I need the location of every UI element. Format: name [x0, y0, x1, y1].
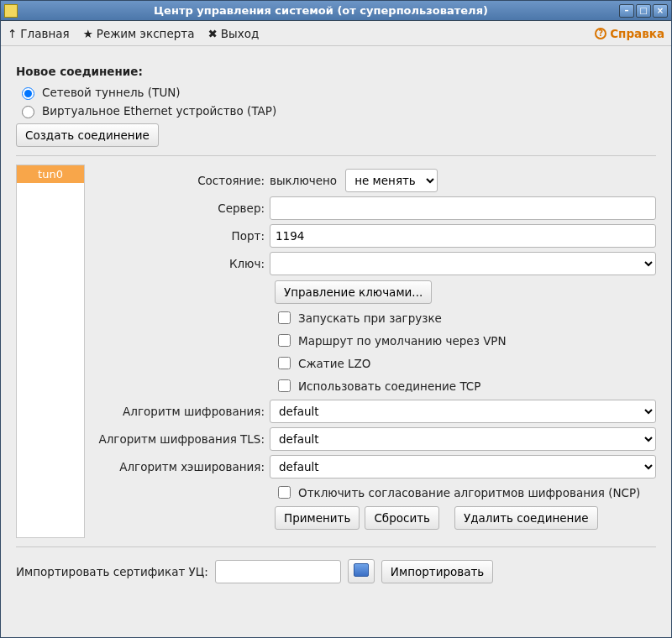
state-value: выключено	[270, 174, 337, 187]
tcp-label: Использовать соединение TCP	[298, 379, 480, 393]
key-select[interactable]	[270, 252, 656, 275]
ncp-label: Отключить согласование алгоритмов шифров…	[298, 486, 640, 499]
server-label: Сервер:	[93, 201, 270, 215]
cipher-label: Алгоритм шифрования:	[93, 405, 270, 418]
app-icon	[4, 4, 18, 18]
manage-keys-button[interactable]: Управление ключами...	[275, 280, 432, 304]
radio-tap-row[interactable]: Виртуальное Ethernet устройство (TAP)	[18, 103, 656, 118]
browse-button[interactable]	[348, 559, 375, 583]
radio-tap[interactable]	[22, 106, 34, 118]
autostart-checkbox[interactable]	[278, 311, 291, 324]
cipher-select[interactable]: default	[270, 400, 656, 423]
titlebar: Центр управления системой (от суперпольз…	[1, 1, 671, 21]
autostart-label: Запускать при загрузке	[298, 311, 442, 325]
radio-tun-row[interactable]: Сетевой туннель (TUN)	[18, 85, 656, 100]
new-connection-header: Новое соединение:	[16, 65, 656, 78]
star-icon: ★	[83, 27, 93, 40]
apply-button[interactable]: Применить	[275, 506, 360, 530]
nav-expert-label: Режим эксперта	[97, 27, 195, 40]
arrow-up-icon: ↑	[8, 27, 17, 40]
radio-tun-label: Сетевой туннель (TUN)	[42, 86, 181, 99]
create-connection-button[interactable]: Создать соединение	[16, 123, 159, 147]
main-row: tun0 Состояние: выключено не менять Серв…	[16, 165, 656, 538]
nav-home-label: Главная	[20, 27, 69, 40]
nav-help[interactable]: ? Справка	[595, 27, 664, 40]
toolbar: ↑ Главная ★ Режим эксперта ✖ Выход ? Спр…	[1, 21, 671, 46]
defroute-checkbox[interactable]	[278, 334, 291, 347]
digest-label: Алгоритм хэширования:	[93, 460, 270, 473]
digest-select[interactable]: default	[270, 455, 656, 478]
autostart-row[interactable]: Запускать при загрузке	[275, 309, 656, 327]
radio-tun[interactable]	[22, 87, 34, 100]
maximize-button[interactable]: □	[636, 4, 651, 18]
key-label: Ключ:	[93, 257, 270, 270]
nav-expert[interactable]: ★ Режим эксперта	[83, 27, 195, 40]
window-title: Центр управления системой (от суперпольз…	[23, 4, 619, 17]
nav-exit-label: Выход	[221, 27, 260, 40]
nav-help-label: Справка	[610, 27, 664, 40]
list-item[interactable]: tun0	[17, 165, 84, 183]
nav-home[interactable]: ↑ Главная	[8, 27, 70, 40]
server-input[interactable]	[270, 196, 656, 220]
lzo-row[interactable]: Сжатие LZO	[275, 354, 656, 372]
ncp-row[interactable]: Отключить согласование алгоритмов шифров…	[275, 484, 656, 501]
close-icon: ✖	[207, 27, 217, 40]
connection-list[interactable]: tun0	[16, 165, 85, 538]
tlscipher-label: Алгоритм шифрования TLS:	[93, 432, 270, 446]
lzo-checkbox[interactable]	[278, 357, 291, 369]
ncp-checkbox[interactable]	[278, 486, 291, 499]
window: Центр управления системой (от суперпольз…	[0, 0, 672, 638]
import-button[interactable]: Импортировать	[381, 560, 493, 583]
minimize-button[interactable]: –	[619, 4, 634, 18]
radio-tap-label: Виртуальное Ethernet устройство (TAP)	[42, 104, 276, 118]
import-row: Импортировать сертификат УЦ: Импортирова…	[16, 559, 656, 583]
state-label: Состояние:	[93, 174, 270, 187]
lzo-label: Сжатие LZO	[298, 357, 371, 370]
help-icon: ?	[595, 28, 606, 39]
close-button[interactable]: ×	[653, 4, 668, 18]
divider	[16, 546, 656, 547]
divider	[16, 155, 656, 156]
port-input[interactable]	[270, 224, 656, 248]
state-action-select[interactable]: не менять	[345, 169, 438, 192]
import-path-input[interactable]	[215, 560, 341, 583]
window-controls: – □ ×	[619, 4, 668, 18]
content: Новое соединение: Сетевой туннель (TUN) …	[1, 46, 671, 637]
folder-icon	[354, 563, 369, 577]
delete-connection-button[interactable]: Удалить соединение	[454, 506, 597, 530]
defroute-label: Маршрут по умолчанию через VPN	[298, 334, 507, 348]
form: Состояние: выключено не менять Сервер:	[93, 165, 656, 538]
import-ca-label: Импортировать сертификат УЦ:	[16, 565, 208, 578]
tcp-row[interactable]: Использовать соединение TCP	[275, 377, 656, 395]
nav-exit[interactable]: ✖ Выход	[207, 27, 259, 40]
reset-button[interactable]: Сбросить	[365, 506, 439, 530]
port-label: Порт:	[93, 229, 270, 243]
tlscipher-select[interactable]: default	[270, 427, 656, 451]
tcp-checkbox[interactable]	[278, 379, 291, 392]
defroute-row[interactable]: Маршрут по умолчанию через VPN	[275, 332, 656, 349]
